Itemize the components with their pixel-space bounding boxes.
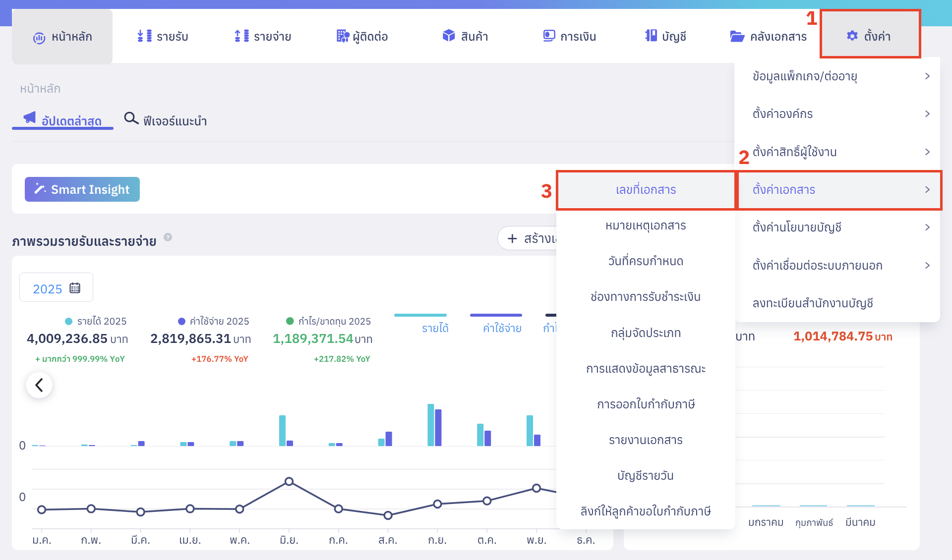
svg-text:?: ? [166,234,170,240]
